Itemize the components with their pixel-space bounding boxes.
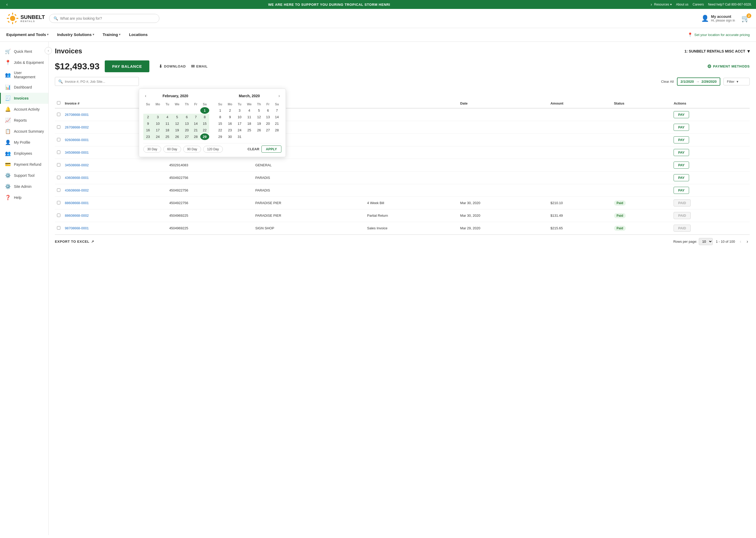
cal-day[interactable]: 24: [153, 134, 163, 140]
pay-button[interactable]: PAY: [674, 187, 689, 194]
my-account[interactable]: 👤 My account Hi, please sign in: [701, 15, 735, 22]
careers-link[interactable]: Careers: [693, 3, 704, 6]
about-us-link[interactable]: About us: [676, 3, 688, 6]
cal-day[interactable]: 15: [200, 120, 209, 127]
nav-item-industry[interactable]: Industry Solutions ▾: [57, 28, 94, 41]
invoice-link[interactable]: 88608668-0001: [65, 201, 89, 205]
clear-all-button[interactable]: Clear All: [661, 80, 674, 83]
account-selector[interactable]: 1: SUNBELT RENTALS MISC ACCT ▾: [684, 48, 750, 54]
cal-day[interactable]: 28: [191, 134, 200, 140]
sidebar-item-invoices[interactable]: 🧾 Invoices: [0, 93, 48, 104]
cal-next-btn[interactable]: ›: [277, 93, 281, 99]
invoice-link[interactable]: 26708668-0001: [65, 113, 89, 117]
announcement-next[interactable]: ›: [648, 2, 654, 7]
nav-item-locations[interactable]: Locations: [129, 28, 148, 41]
next-page-button[interactable]: ›: [745, 238, 750, 245]
cal-day[interactable]: 19: [172, 127, 182, 134]
cal-day[interactable]: 17: [235, 120, 244, 127]
cal-day[interactable]: 8: [200, 114, 209, 120]
cal-day[interactable]: 13: [263, 114, 272, 120]
row-checkbox[interactable]: [57, 125, 60, 129]
cal-day[interactable]: 13: [182, 120, 191, 127]
pay-button[interactable]: PAY: [674, 174, 689, 181]
cal-day[interactable]: 27: [263, 127, 272, 134]
row-checkbox[interactable]: [57, 214, 60, 217]
cal-day[interactable]: 25: [163, 134, 172, 140]
cal-day[interactable]: 24: [235, 127, 244, 134]
cal-day[interactable]: 4: [244, 107, 255, 114]
cal-day[interactable]: 6: [182, 114, 191, 120]
cal-day[interactable]: 12: [172, 120, 182, 127]
cal-day[interactable]: 14: [191, 120, 200, 127]
cal-day[interactable]: 9: [143, 120, 153, 127]
filter-dropdown[interactable]: Filter ▾: [724, 78, 750, 85]
resources-link[interactable]: Resources ▾: [654, 3, 672, 6]
cal-day[interactable]: 30: [225, 134, 235, 140]
cal-day[interactable]: 10: [153, 120, 163, 127]
select-all-checkbox[interactable]: [57, 101, 60, 105]
invoice-link[interactable]: 34508668-0001: [65, 150, 89, 154]
sidebar-toggle[interactable]: ‹: [45, 47, 52, 54]
rows-per-page-select[interactable]: 10 25 50: [699, 238, 713, 245]
cal-day[interactable]: 26: [255, 127, 263, 134]
cal-day[interactable]: 31: [235, 134, 244, 140]
invoice-link[interactable]: 98708668-0001: [65, 226, 89, 230]
location-set[interactable]: 📍 Set your location for accurate pricing: [687, 32, 750, 37]
cal-day[interactable]: 23: [143, 134, 153, 140]
cal-day[interactable]: 19: [255, 120, 263, 127]
sidebar-item-reports[interactable]: 📈 Reports: [0, 115, 48, 126]
cal-day[interactable]: 3: [153, 114, 163, 120]
cal-day[interactable]: 12: [255, 114, 263, 120]
sidebar-item-dashboard[interactable]: 📊 Dashboard: [0, 82, 48, 93]
cal-day[interactable]: 20: [182, 127, 191, 134]
cal-day[interactable]: 1: [215, 107, 225, 114]
row-checkbox[interactable]: [57, 188, 60, 192]
sidebar-item-employees[interactable]: 👥 Employees: [0, 148, 48, 159]
sidebar-item-quick-rent[interactable]: 🛒 Quick Rent: [0, 46, 48, 57]
sidebar-item-account-activity[interactable]: 🔔 Account Activity: [0, 104, 48, 115]
pay-button[interactable]: PAY: [674, 124, 689, 131]
cal-day[interactable]: 2: [225, 107, 235, 114]
row-checkbox[interactable]: [57, 150, 60, 154]
cal-day[interactable]: 20: [263, 120, 272, 127]
row-checkbox[interactable]: [57, 138, 60, 141]
cal-day[interactable]: 29: [215, 134, 225, 140]
sidebar-item-jobs-equipment[interactable]: 📍 Jobs & Equipment: [0, 57, 48, 68]
row-checkbox[interactable]: [57, 201, 60, 204]
cal-day[interactable]: 6: [263, 107, 272, 114]
invoice-search-input[interactable]: [65, 80, 135, 83]
cal-day[interactable]: 5: [255, 107, 263, 114]
row-checkbox[interactable]: [57, 226, 60, 230]
cal-day[interactable]: 17: [153, 127, 163, 134]
pay-button[interactable]: PAY: [674, 136, 689, 143]
clear-calendar-button[interactable]: CLEAR: [248, 147, 260, 151]
cal-day[interactable]: 28: [272, 127, 281, 134]
cal-day[interactable]: 16: [143, 127, 153, 134]
cal-day[interactable]: 22: [215, 127, 225, 134]
pay-button[interactable]: PAY: [674, 149, 689, 156]
sidebar-item-support-tool[interactable]: ⚙️ Support Tool: [0, 170, 48, 181]
quick-range-120[interactable]: 120 Day: [203, 146, 223, 153]
invoice-search[interactable]: 🔍: [55, 77, 139, 86]
cal-day[interactable]: 27: [182, 134, 191, 140]
invoice-link[interactable]: 43608668-0001: [65, 176, 89, 180]
download-button[interactable]: ⬇ DOWNLOAD: [159, 64, 186, 69]
apply-button[interactable]: APPLY: [261, 145, 281, 153]
cal-day[interactable]: 7: [272, 107, 281, 114]
sidebar-item-payment-refund[interactable]: 💳 Payment Refund: [0, 159, 48, 170]
cal-day[interactable]: 29: [200, 134, 209, 140]
cal-day[interactable]: 9: [225, 114, 235, 120]
row-checkbox[interactable]: [57, 113, 60, 116]
search-input[interactable]: [60, 16, 155, 21]
nav-item-equipment[interactable]: Equipment and Tools ▾: [6, 28, 49, 41]
pay-balance-button[interactable]: PAY BALANCE: [105, 60, 149, 72]
prev-page-button[interactable]: ‹: [738, 238, 743, 245]
sidebar-item-help[interactable]: ❓ Help: [0, 192, 48, 203]
row-checkbox[interactable]: [57, 163, 60, 167]
cal-day[interactable]: 21: [272, 120, 281, 127]
quick-range-90[interactable]: 90 Day: [183, 146, 201, 153]
invoice-link[interactable]: 92608668-0001: [65, 138, 89, 142]
cal-day[interactable]: 2: [143, 114, 153, 120]
date-range-display[interactable]: 2/1/2020 → 2/29/2020: [677, 78, 720, 86]
cal-day[interactable]: 4: [163, 114, 172, 120]
